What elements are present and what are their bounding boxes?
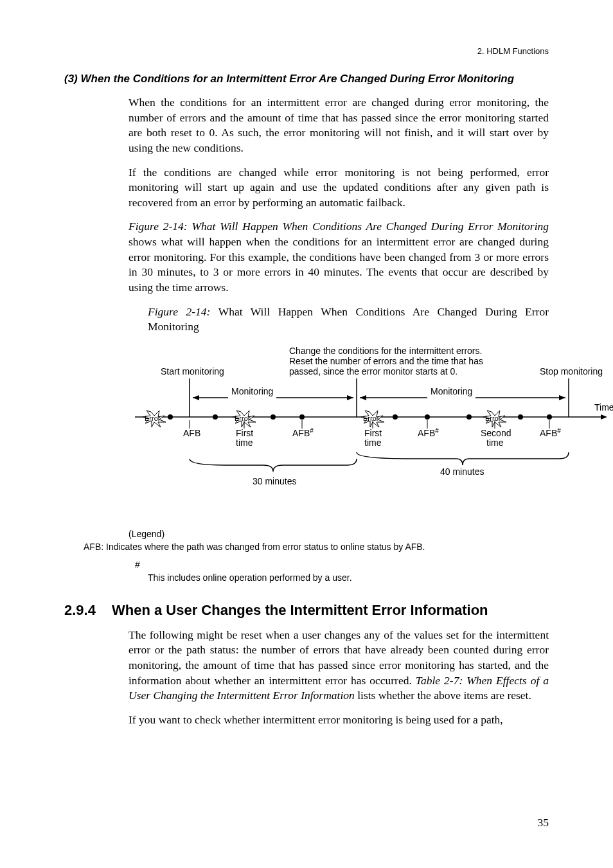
page-number: 35 [538, 816, 549, 829]
svg-marker-8 [360, 395, 366, 400]
figure-diagram: Change the conditions for the intermitte… [129, 346, 549, 516]
svg-point-28 [466, 414, 472, 420]
fig-start-monitoring: Start monitoring [161, 366, 224, 376]
fig-time2: time [364, 438, 382, 448]
fig-afb-hash: AFB# [540, 427, 561, 438]
fig-afb-hash: AFB# [292, 427, 314, 438]
fig-time-label: Time [594, 402, 613, 412]
fig-error: Error [363, 414, 379, 422]
fig-error: Error [145, 414, 161, 422]
legend-hash: # [135, 560, 549, 570]
fig-forty: 40 minutes [440, 466, 484, 477]
body-paragraph: If you want to check whether intermitten… [129, 713, 549, 728]
body-paragraph: When the conditions for an intermittent … [129, 95, 549, 156]
fig-error: Error [235, 414, 251, 422]
svg-point-25 [425, 414, 430, 420]
figure-number: Figure 2-14: [148, 305, 218, 318]
fig-error: Error [485, 414, 501, 422]
subsection-title: When a User Changes the Intermittent Err… [112, 602, 488, 619]
fig-second: Second [481, 428, 511, 438]
fig-topline2: Reset the number of errors and the time … [289, 356, 483, 366]
body-text: lists whether the above items are reset. [355, 689, 531, 702]
fig-afb: AFB [183, 428, 200, 438]
svg-point-17 [213, 414, 218, 420]
section-heading-3: (3) When the Conditions for an Intermitt… [64, 72, 549, 86]
timing-diagram-svg: Change the conditions for the intermitte… [129, 346, 613, 513]
svg-marker-4 [193, 395, 199, 400]
fig-monitoring-left: Monitoring [231, 386, 273, 396]
svg-marker-12 [601, 414, 607, 420]
svg-marker-6 [347, 395, 353, 400]
fig-time2: time [236, 438, 253, 448]
fig-thirty: 30 minutes [253, 476, 296, 486]
svg-point-29 [518, 414, 523, 420]
fig-first: First [236, 428, 253, 438]
legend-label: (Legend) [129, 529, 549, 539]
page-header-right: 2. HDLM Functions [477, 46, 549, 56]
body-paragraph: The following might be reset when a user… [129, 628, 549, 704]
fig-monitoring-right: Monitoring [431, 386, 472, 396]
body-paragraph: Figure 2-14: What Will Happen When Condi… [129, 219, 549, 295]
fig-topline3: passed, since the error monitor starts a… [289, 366, 458, 376]
body-paragraph: If the conditions are changed while erro… [129, 165, 549, 211]
fig-second2: time [486, 438, 504, 448]
fig-topline1: Change the conditions for the intermitte… [289, 346, 482, 356]
fig-first: First [364, 428, 382, 438]
svg-point-21 [299, 414, 305, 420]
svg-point-14 [168, 414, 173, 420]
svg-point-31 [547, 414, 552, 420]
svg-marker-10 [559, 395, 565, 400]
subsection-number: 2.9.4 [64, 602, 112, 619]
figure-ref: Figure 2-14: What Will Happen When Condi… [129, 220, 549, 233]
figure-caption: Figure 2-14: What Will Happen When Condi… [148, 305, 549, 335]
legend-hash-desc: This includes online operation performed… [148, 572, 549, 583]
legend-afb-desc: AFB: Indicates where the path was change… [84, 542, 549, 552]
svg-point-23 [393, 414, 398, 420]
fig-afb-hash: AFB# [418, 427, 439, 438]
error-burst-icon: Error [143, 411, 166, 427]
subsection-heading: 2.9.4 When a User Changes the Intermitte… [64, 602, 549, 619]
body-text: shows what will happen when the conditio… [129, 235, 549, 294]
fig-stop-monitoring: Stop monitoring [540, 366, 603, 376]
svg-point-18 [271, 414, 276, 420]
page-content: (3) When the Conditions for an Intermitt… [64, 72, 549, 728]
